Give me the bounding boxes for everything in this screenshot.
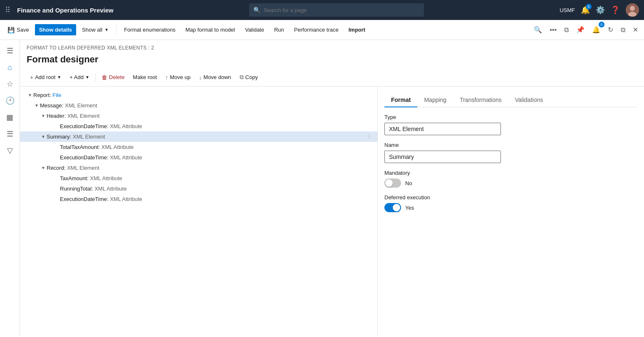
user-label: USMF — [560, 7, 575, 13]
notifications-icon[interactable]: 🔔 0 — [581, 5, 590, 15]
import-button[interactable]: Import — [344, 24, 369, 35]
sidebar-list-icon[interactable]: ☰ — [2, 126, 17, 141]
drag-handle-summary[interactable]: ⠿ — [367, 134, 374, 140]
tree-item-execdt-s-label: ExecutionDateTime: — [60, 154, 110, 161]
tree-item-header-type: XML Element — [67, 113, 100, 119]
save-button[interactable]: 💾 Save — [3, 24, 33, 36]
tree-item-execdt-record[interactable]: ExecutionDateTime: XML Attribute — [20, 194, 377, 204]
performance-trace-button[interactable]: Performance trace — [290, 24, 343, 35]
tree-item-summary[interactable]: ▼ Summary: XML Element ⠿ — [20, 131, 377, 142]
move-up-icon: ↑ — [165, 74, 168, 81]
avatar[interactable] — [626, 3, 639, 17]
tab-validations[interactable]: Validations — [508, 93, 550, 107]
delete-button[interactable]: 🗑 Delete — [98, 72, 128, 83]
alerts-badge: 0 — [599, 22, 604, 27]
tree-item-report-type: File — [52, 92, 61, 98]
collapse-icon-header[interactable]: ▼ — [40, 114, 47, 118]
validate-button[interactable]: Validate — [241, 24, 268, 35]
close-icon[interactable]: ✕ — [630, 23, 641, 36]
collapse-icon-message[interactable]: ▼ — [33, 103, 40, 108]
toolbar-separator-1 — [116, 25, 116, 35]
collapse-icon-report[interactable]: ▼ — [27, 93, 33, 97]
main-toolbar: 💾 Save Show details Show all ▼ Format en… — [0, 20, 644, 40]
show-details-button[interactable]: Show details — [35, 24, 76, 35]
tree-item-execdt-h-type: XML Attribute — [110, 123, 142, 129]
move-down-button[interactable]: ↓ Move down — [196, 72, 234, 83]
copy-button[interactable]: ⧉ Copy — [236, 72, 261, 83]
add-button[interactable]: + Add ▼ — [66, 72, 93, 82]
tree-item-execdt-summary[interactable]: ExecutionDateTime: XML Attribute — [20, 152, 377, 163]
tree-item-summary-label: Summary: — [47, 134, 73, 140]
tree-item-totaltax-type: XML Attribute — [102, 144, 134, 150]
type-field-group: Type XML Element — [384, 114, 637, 135]
content-area: FORMAT TO LEARN DEFERRED XML ELEMENTS : … — [20, 40, 644, 337]
help-icon[interactable]: ❓ — [611, 5, 620, 15]
search-bar[interactable]: 🔍 — [249, 3, 424, 17]
open-new-icon[interactable]: ⧉ — [618, 24, 628, 36]
tab-transformations[interactable]: Transformations — [453, 93, 508, 107]
make-root-button[interactable]: Make root — [129, 72, 160, 82]
app-grid-icon[interactable]: ⠿ — [5, 5, 10, 15]
tree-item-runningtotal-type: XML Attribute — [94, 186, 127, 192]
mandatory-toggle[interactable] — [384, 178, 401, 188]
search-icon: 🔍 — [253, 7, 260, 13]
copy-icon: ⧉ — [240, 74, 244, 81]
tree-item-taxamount[interactable]: TaxAmount: XML Attribute — [20, 173, 377, 183]
main-layout: ☰ ⌂ ☆ 🕐 ▦ ☰ ▽ FORMAT TO LEARN DEFERRED X… — [0, 40, 644, 337]
search-toolbar-icon[interactable]: 🔍 — [531, 23, 545, 36]
sidebar-home-icon[interactable]: ⌂ — [2, 60, 17, 75]
sidebar-filter-icon[interactable]: ▽ — [2, 143, 17, 158]
collapse-icon-summary[interactable]: ▼ — [40, 134, 47, 139]
add-chevron-icon: ▼ — [85, 75, 89, 79]
compare-icon[interactable]: ⧉ — [562, 24, 571, 36]
deferred-toggle-text: Yes — [405, 205, 414, 211]
svg-point-1 — [630, 6, 635, 11]
tree-item-totaltax[interactable]: TotalTaxAmount: XML Attribute — [20, 142, 377, 152]
sidebar-menu-icon[interactable]: ☰ — [2, 43, 17, 58]
deferred-toggle-knob — [393, 204, 400, 211]
tree-item-taxamount-type: XML Attribute — [90, 175, 122, 181]
pin-icon[interactable]: 📌 — [574, 23, 587, 36]
add-root-button[interactable]: + Add root ▼ — [27, 72, 64, 83]
sidebar-recent-icon[interactable]: 🕐 — [2, 93, 17, 108]
tree-item-runningtotal[interactable]: RunningTotal: XML Attribute — [20, 183, 377, 194]
tree-item-record[interactable]: ▼ Record: XML Element — [20, 163, 377, 173]
tree-item-execdt-header[interactable]: ExecutionDateTime: XML Attribute — [20, 121, 377, 131]
more-options-icon[interactable]: ••• — [547, 24, 559, 36]
move-up-button[interactable]: ↑ Move up — [162, 72, 194, 83]
type-label: Type — [384, 114, 637, 120]
type-value: XML Element — [384, 123, 501, 135]
sidebar-workspace-icon[interactable]: ▦ — [2, 110, 17, 125]
add-root-chevron-icon: ▼ — [57, 75, 61, 79]
show-all-button[interactable]: Show all ▼ — [78, 24, 113, 35]
split-pane: ▼ Report: File ▼ Message: XML Element — [20, 87, 644, 337]
tab-format[interactable]: Format — [384, 93, 417, 107]
tree-item-message[interactable]: ▼ Message: XML Element — [20, 100, 377, 111]
collapse-icon-record[interactable]: ▼ — [40, 166, 47, 170]
tree-item-runningtotal-label: RunningTotal: — [60, 186, 94, 192]
name-input[interactable] — [384, 151, 501, 163]
tree-item-record-label: Record: — [47, 165, 67, 171]
add-root-icon: + — [30, 74, 33, 81]
run-button[interactable]: Run — [270, 24, 288, 35]
toolbar-right-icons: 🔍 ••• ⧉ 📌 🔔 0 ↻ ⧉ ✕ — [531, 23, 641, 36]
tree-item-execdt-h-label: ExecutionDateTime: — [60, 123, 110, 129]
app-title: Finance and Operations Preview — [17, 7, 114, 14]
tree-item-header[interactable]: ▼ Header: XML Element — [20, 111, 377, 121]
sidebar-favorite-icon[interactable]: ☆ — [2, 77, 17, 92]
top-navigation: ⠿ Finance and Operations Preview 🔍 USMF … — [0, 0, 644, 20]
delete-icon: 🗑 — [102, 74, 107, 81]
search-input[interactable] — [264, 7, 420, 13]
map-format-button[interactable]: Map format to model — [181, 24, 239, 35]
deferred-toggle[interactable] — [384, 203, 401, 212]
tree-item-report[interactable]: ▼ Report: File — [20, 90, 377, 100]
tree-pane: ▼ Report: File ▼ Message: XML Element — [20, 87, 378, 337]
mandatory-toggle-knob — [385, 179, 393, 187]
name-field-group: Name — [384, 142, 637, 163]
tree-item-totaltax-label: TotalTaxAmount: — [60, 144, 102, 150]
settings-icon[interactable]: ⚙️ — [596, 5, 605, 15]
tab-mapping[interactable]: Mapping — [417, 93, 453, 107]
tree-item-execdt-r-label: ExecutionDateTime: — [60, 196, 110, 202]
format-enumerations-button[interactable]: Format enumerations — [120, 24, 180, 35]
refresh-icon[interactable]: ↻ — [605, 23, 616, 36]
